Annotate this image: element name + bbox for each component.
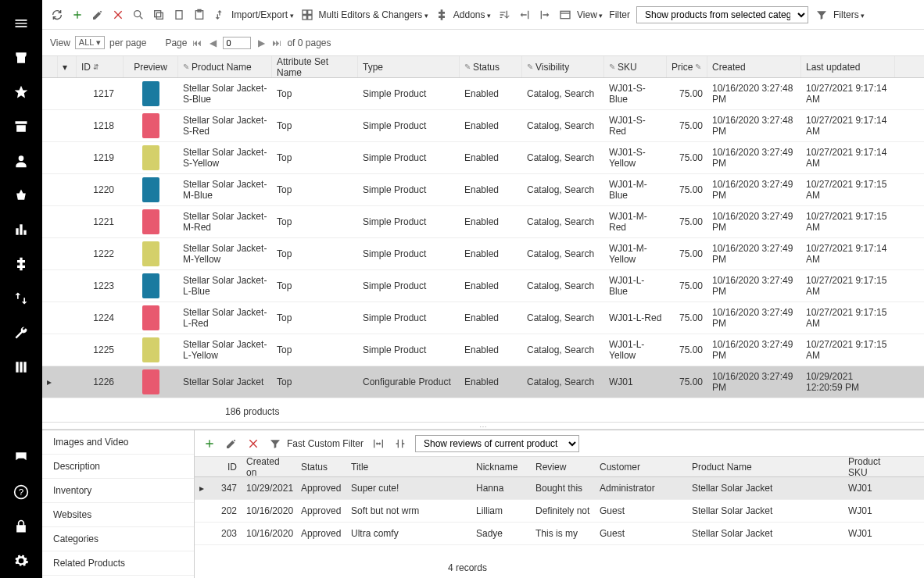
expand-icon[interactable] <box>42 315 58 321</box>
paste-icon[interactable] <box>172 8 186 22</box>
col-status[interactable]: ✎Status <box>460 56 522 77</box>
tab-inventory[interactable]: Inventory <box>42 479 194 503</box>
add-icon[interactable] <box>70 8 84 22</box>
rcol-psku[interactable]: Product SKU <box>843 456 906 478</box>
tab-websites[interactable]: Websites <box>42 503 194 527</box>
col-updated[interactable]: Last updated <box>801 56 895 77</box>
fit-columns-icon[interactable] <box>371 437 385 451</box>
product-row[interactable]: 1222Stellar Solar Jacket-M-YellowTopSimp… <box>42 238 924 270</box>
menu-icon[interactable] <box>0 6 42 41</box>
multi-editors-menu[interactable]: Multi Editors & Changers <box>300 8 428 22</box>
tab-related-products[interactable]: Related Products <box>42 551 194 576</box>
product-row[interactable]: 1217Stellar Solar Jacket-S-BlueTopSimple… <box>42 78 924 110</box>
rcol-id[interactable]: ID <box>210 462 242 473</box>
rcol-pname[interactable]: Product Name <box>687 462 843 473</box>
add-review-icon[interactable] <box>202 437 217 451</box>
last-page-icon[interactable]: ⏭ <box>271 37 282 48</box>
delete-icon[interactable] <box>111 8 125 22</box>
expand-icon[interactable] <box>42 91 58 97</box>
expand-icon[interactable] <box>42 123 58 129</box>
filter-label: Filter <box>609 9 630 20</box>
first-page-icon[interactable]: ⏮ <box>192 37 202 48</box>
indent-icon[interactable] <box>538 8 552 22</box>
review-row[interactable]: 20310/16/2020ApprovedUltra comfySadyeThi… <box>195 523 924 545</box>
col-visibility[interactable]: ✎Visibility <box>522 56 604 77</box>
sort-asc-icon[interactable] <box>497 8 511 22</box>
rcol-title[interactable]: Title <box>346 462 471 473</box>
transfer-icon[interactable] <box>0 281 42 316</box>
clipboard-icon[interactable] <box>192 8 206 22</box>
delete-review-icon[interactable] <box>246 437 260 451</box>
expand-icon[interactable] <box>42 155 58 161</box>
inbox-icon[interactable] <box>0 441 42 475</box>
filters-menu[interactable]: Filters <box>815 8 865 22</box>
rcol-status[interactable]: Status <box>296 462 346 473</box>
wrench-icon[interactable] <box>0 316 42 350</box>
edit-icon[interactable] <box>91 8 105 22</box>
filter-select[interactable]: Show products from selected categories <box>636 6 808 23</box>
auto-width-icon[interactable] <box>393 437 407 451</box>
archive-icon[interactable] <box>0 109 42 144</box>
puzzle-icon[interactable] <box>0 247 42 281</box>
product-row[interactable]: ▸1226Stellar Solar JacketTopConfigurable… <box>42 366 924 398</box>
expand-icon[interactable] <box>42 187 58 193</box>
rcol-customer[interactable]: Customer <box>595 462 687 473</box>
select-all-checkbox[interactable]: ▾ <box>58 56 77 77</box>
review-scope-select[interactable]: Show reviews of current product <box>415 435 579 452</box>
store-icon[interactable] <box>0 41 42 75</box>
col-price[interactable]: Price ✎ <box>667 56 707 77</box>
basket-icon[interactable] <box>0 178 42 212</box>
search-icon[interactable] <box>131 8 145 22</box>
tab-categories[interactable]: Categories <box>42 527 194 551</box>
columns-icon[interactable] <box>0 350 42 384</box>
next-page-icon[interactable]: ▶ <box>256 37 267 48</box>
fast-filter-button[interactable]: Fast Custom Filter <box>268 437 364 451</box>
col-sku[interactable]: ✎SKU <box>604 56 667 77</box>
cell-name: Stellar Solar Jacket-S-Blue <box>178 80 272 108</box>
product-row[interactable]: 1219Stellar Solar Jacket-S-YellowTopSimp… <box>42 142 924 174</box>
product-row[interactable]: 1225Stellar Solar Jacket-L-YellowTopSimp… <box>42 334 924 366</box>
import-export-menu[interactable]: Import/Export <box>213 8 294 22</box>
col-attr[interactable]: Attribute Set Name <box>272 56 358 77</box>
expand-icon[interactable] <box>42 283 58 289</box>
star-icon[interactable] <box>0 75 42 109</box>
tab-images-and-video[interactable]: Images and Video <box>42 430 194 455</box>
gear-icon[interactable] <box>0 544 42 578</box>
copy-icon[interactable] <box>152 8 166 22</box>
col-type[interactable]: Type <box>358 56 460 77</box>
col-id[interactable]: ID <box>77 56 124 77</box>
col-preview[interactable]: Preview <box>124 56 178 77</box>
review-row[interactable]: ▸34710/29/2021ApprovedSuper cute!HannaBo… <box>195 477 924 500</box>
review-row[interactable]: 20210/16/2020ApprovedSoft but not wrmLil… <box>195 500 924 523</box>
cell-visibility: Catalog, Search <box>522 213 604 230</box>
page-size-select[interactable]: ALL ▾ <box>75 36 105 49</box>
product-row[interactable]: 1221Stellar Solar Jacket-M-RedTopSimple … <box>42 206 924 238</box>
page-input[interactable] <box>223 37 251 49</box>
dedent-icon[interactable] <box>518 8 532 22</box>
expand-icon[interactable]: ▸ <box>195 483 210 494</box>
rcol-created[interactable]: Created on <box>242 456 296 478</box>
expand-icon[interactable]: ▸ <box>42 373 58 391</box>
user-icon[interactable] <box>0 144 42 178</box>
col-name[interactable]: ✎Product Name <box>178 56 272 77</box>
expand-icon[interactable] <box>42 347 58 353</box>
edit-review-icon[interactable] <box>224 437 238 451</box>
col-created[interactable]: Created <box>707 56 801 77</box>
chart-icon[interactable] <box>0 212 42 247</box>
expand-icon[interactable] <box>42 251 58 257</box>
rcol-nick[interactable]: Nickname <box>471 462 531 473</box>
lock-icon[interactable] <box>0 509 42 544</box>
refresh-icon[interactable] <box>50 8 64 22</box>
rcol-review[interactable]: Review <box>531 462 595 473</box>
product-row[interactable]: 1224Stellar Solar Jacket-L-RedTopSimple … <box>42 302 924 334</box>
expand-icon[interactable] <box>42 219 58 225</box>
prev-page-icon[interactable]: ◀ <box>207 37 218 48</box>
view-menu[interactable]: View <box>558 8 603 22</box>
product-row[interactable]: 1223Stellar Solar Jacket-L-BlueTopSimple… <box>42 270 924 302</box>
tab-description[interactable]: Description <box>42 455 194 479</box>
addons-menu[interactable]: Addons <box>435 8 491 22</box>
split-handle[interactable]: ⋯ <box>42 422 924 430</box>
help-icon[interactable]: ? <box>0 475 42 509</box>
product-row[interactable]: 1220Stellar Solar Jacket-M-BlueTopSimple… <box>42 174 924 206</box>
product-row[interactable]: 1218Stellar Solar Jacket-S-RedTopSimple … <box>42 110 924 142</box>
